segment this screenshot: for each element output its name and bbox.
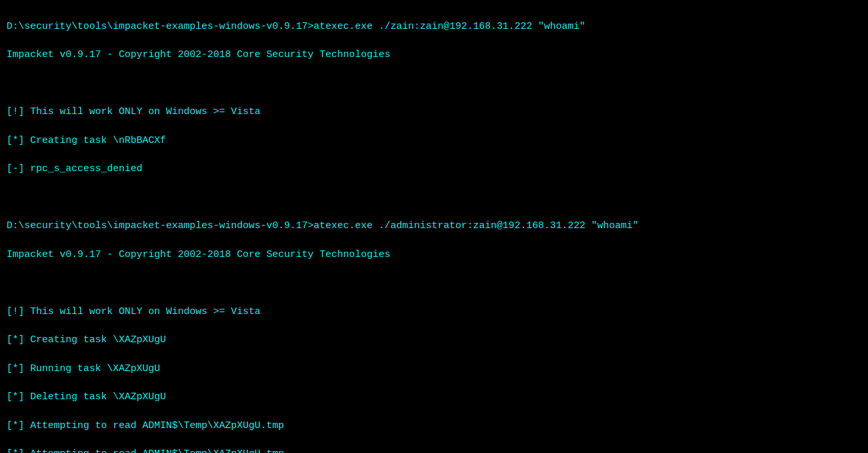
terminal-line-13: [*] Running task \XAZpXUgU xyxy=(7,362,861,376)
terminal-line-8: D:\security\tools\impacket-examples-wind… xyxy=(7,219,861,233)
terminal-window: D:\security\tools\impacket-examples-wind… xyxy=(0,0,868,453)
terminal-line-11: [!] This will work ONLY on Windows >= Vi… xyxy=(7,305,861,319)
terminal-line-10 xyxy=(7,276,861,290)
terminal-line-15: [*] Attempting to read ADMIN$\Temp\XAZpX… xyxy=(7,419,861,433)
terminal-line-4: [!] This will work ONLY on Windows >= Vi… xyxy=(7,105,861,119)
terminal-line-5: [*] Creating task \nRbBACXf xyxy=(7,134,861,148)
terminal-line-1: D:\security\tools\impacket-examples-wind… xyxy=(7,20,861,34)
terminal-line-7 xyxy=(7,191,861,205)
terminal-line-12: [*] Creating task \XAZpXUgU xyxy=(7,333,861,347)
terminal-line-2: Impacket v0.9.17 - Copyright 2002-2018 C… xyxy=(7,48,861,62)
terminal-line-6: [-] rpc_s_access_denied xyxy=(7,162,861,176)
terminal-line-9: Impacket v0.9.17 - Copyright 2002-2018 C… xyxy=(7,248,861,262)
terminal-line-3 xyxy=(7,77,861,91)
terminal-line-14: [*] Deleting task \XAZpXUgU xyxy=(7,390,861,404)
terminal-line-16: [*] Attempting to read ADMIN$\Temp\XAZpX… xyxy=(7,447,861,453)
